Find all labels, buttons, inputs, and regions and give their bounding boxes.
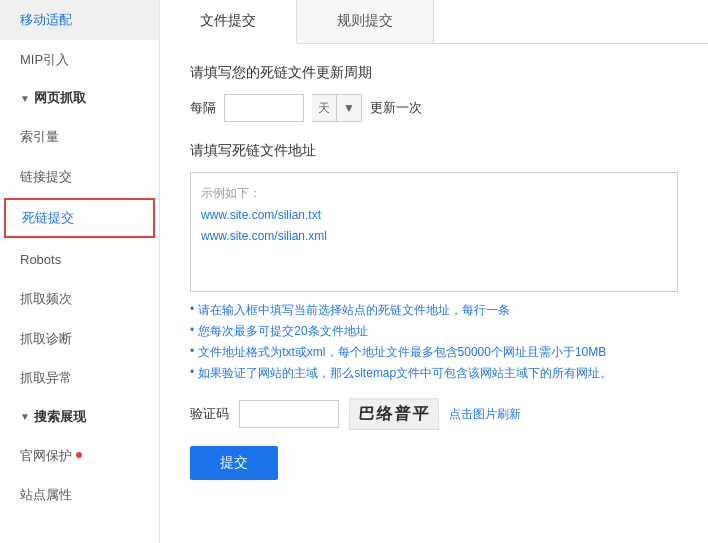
sidebar-item-zhuaquyichang[interactable]: 抓取异常 [0,358,159,398]
period-row: 每隔 天 ▼ 更新一次 [190,94,678,122]
captcha-label: 验证码 [190,405,229,423]
captcha-refresh-link[interactable]: 点击图片刷新 [449,406,521,423]
address-section-title: 请填写死链文件地址 [190,142,678,160]
main-content: 文件提交 规则提交 请填写您的死链文件更新周期 每隔 天 ▼ 更新一次 请填写死… [160,0,708,543]
sidebar-item-zhandianshuxing[interactable]: 站点属性 [0,475,159,515]
hint-item-0: 请在输入框中填写当前选择站点的死链文件地址，每行一条 [190,302,678,319]
submit-button[interactable]: 提交 [190,446,278,480]
period-prefix: 每隔 [190,99,216,117]
hint-item-3: 如果验证了网站的主域，那么sitemap文件中可包含该网站主域下的所有网址。 [190,365,678,382]
sidebar-item-yidongshipei[interactable]: 移动适配 [0,0,159,40]
hints-list: 请在输入框中填写当前选择站点的死链文件地址，每行一条 您每次最多可提交20条文件… [190,302,678,382]
sidebar-item-lianjietijiao[interactable]: 链接提交 [0,157,159,197]
placeholder-line3: www.site.com/silian.xml [201,226,667,248]
form-content: 请填写您的死链文件更新周期 每隔 天 ▼ 更新一次 请填写死链文件地址 示例如下… [160,44,708,500]
hint-item-2: 文件地址格式为txt或xml，每个地址文件最多包含50000个网址且需小于10M… [190,344,678,361]
sidebar-group-sousouzhanxian[interactable]: ▼ 搜索展现 [0,398,159,436]
sidebar-item-zhuaqupinlv[interactable]: 抓取频次 [0,279,159,319]
captcha-image[interactable]: 巴络普平 [349,398,440,430]
arrow-icon-2: ▼ [20,411,30,422]
sidebar-item-mipyiru[interactable]: MIP引入 [0,40,159,80]
sidebar-item-zhuaquzhenshi[interactable]: 抓取诊断 [0,319,159,359]
period-unit-label: 天 [312,94,337,122]
address-textarea-display: 示例如下： www.site.com/silian.txt www.site.c… [190,172,678,292]
sidebar: 移动适配 MIP引入 ▼ 网页抓取 索引量 链接提交 死链提交 Robots 抓… [0,0,160,543]
period-dropdown-arrow[interactable]: ▼ [337,94,362,122]
captcha-input[interactable] [239,400,339,428]
badge-dot [76,452,82,458]
placeholder-line2: www.site.com/silian.txt [201,205,667,227]
tab-file-submit[interactable]: 文件提交 [160,0,297,44]
period-section-title: 请填写您的死链文件更新周期 [190,64,678,82]
period-suffix: 更新一次 [370,99,422,117]
sidebar-item-siliantijiao[interactable]: 死链提交 [4,198,155,238]
sidebar-item-guanwangbaohu[interactable]: 官网保护 [0,436,159,476]
sidebar-group-wangyezhuaqu[interactable]: ▼ 网页抓取 [0,79,159,117]
sidebar-item-suoyiliang[interactable]: 索引量 [0,117,159,157]
period-unit: 天 ▼ [312,94,362,122]
sidebar-item-robots[interactable]: Robots [0,240,159,280]
tab-bar: 文件提交 规则提交 [160,0,708,44]
period-input[interactable] [224,94,304,122]
captcha-row: 验证码 巴络普平 点击图片刷新 [190,398,678,430]
hint-item-1: 您每次最多可提交20条文件地址 [190,323,678,340]
placeholder-line1: 示例如下： [201,183,667,205]
tab-rule-submit[interactable]: 规则提交 [297,0,434,43]
arrow-icon: ▼ [20,93,30,104]
